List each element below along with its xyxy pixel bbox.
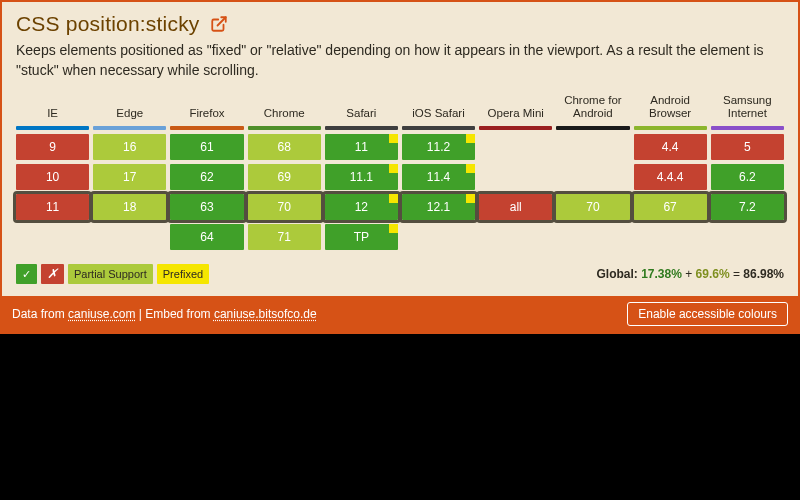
version-cell bbox=[479, 134, 552, 160]
version-cell[interactable]: 70 bbox=[556, 194, 629, 220]
version-cell bbox=[556, 224, 629, 250]
feature-title: CSS position:sticky bbox=[16, 12, 200, 36]
version-cell[interactable]: 5 bbox=[711, 134, 784, 160]
prefix-flag-icon bbox=[389, 194, 398, 203]
browser-header: Samsung Internet bbox=[711, 94, 784, 122]
prefix-flag-icon bbox=[389, 134, 398, 143]
browser-header: Safari bbox=[325, 94, 398, 122]
embed-source-link[interactable]: caniuse.bitsofco.de bbox=[214, 307, 317, 321]
browser-rule bbox=[402, 126, 475, 130]
enable-accessible-colours-button[interactable]: Enable accessible colours bbox=[627, 302, 788, 326]
version-cell[interactable]: 6.2 bbox=[711, 164, 784, 190]
version-cell[interactable]: 61 bbox=[170, 134, 243, 160]
browser-rule bbox=[325, 126, 398, 130]
browser-rule bbox=[556, 126, 629, 130]
legend: ✓ ✗ Partial Support Prefixed bbox=[16, 264, 209, 284]
version-cell[interactable]: 17 bbox=[93, 164, 166, 190]
feature-title-row[interactable]: CSS position:sticky bbox=[16, 12, 784, 36]
browser-header: Android Browser bbox=[634, 94, 707, 122]
svg-line-0 bbox=[217, 17, 225, 25]
version-cell bbox=[556, 164, 629, 190]
version-cell[interactable]: 9 bbox=[16, 134, 89, 160]
version-cell[interactable]: 71 bbox=[248, 224, 321, 250]
legend-partial: Partial Support bbox=[68, 264, 153, 284]
browser-header: IE bbox=[16, 94, 89, 122]
global-stats: Global: 17.38% + 69.6% = 86.98% bbox=[596, 267, 784, 281]
version-cell bbox=[93, 224, 166, 250]
version-cell[interactable]: 7.2 bbox=[711, 194, 784, 220]
browser-header: iOS Safari bbox=[402, 94, 475, 122]
version-cell[interactable]: 4.4 bbox=[634, 134, 707, 160]
version-cell[interactable]: 11.1 bbox=[325, 164, 398, 190]
prefix-flag-icon bbox=[466, 194, 475, 203]
version-cell[interactable]: 11 bbox=[16, 194, 89, 220]
version-cell[interactable]: TP bbox=[325, 224, 398, 250]
version-cell[interactable]: 67 bbox=[634, 194, 707, 220]
feature-description: Keeps elements positioned as "fixed" or … bbox=[16, 41, 784, 80]
prefix-flag-icon bbox=[466, 134, 475, 143]
version-cell[interactable]: 62 bbox=[170, 164, 243, 190]
version-cell[interactable]: 11.4 bbox=[402, 164, 475, 190]
browser-header: Edge bbox=[93, 94, 166, 122]
prefix-flag-icon bbox=[389, 224, 398, 233]
browser-rule bbox=[711, 126, 784, 130]
legend-prefixed: Prefixed bbox=[157, 264, 209, 284]
version-cell bbox=[479, 164, 552, 190]
version-cell[interactable]: all bbox=[479, 194, 552, 220]
browser-header: Firefox bbox=[170, 94, 243, 122]
version-cell[interactable]: 11 bbox=[325, 134, 398, 160]
browser-rule bbox=[170, 126, 243, 130]
browser-rule bbox=[634, 126, 707, 130]
version-cell[interactable]: 69 bbox=[248, 164, 321, 190]
version-cell[interactable]: 64 bbox=[170, 224, 243, 250]
version-cell[interactable]: 12.1 bbox=[402, 194, 475, 220]
version-cell[interactable]: 68 bbox=[248, 134, 321, 160]
version-cell[interactable]: 12 bbox=[325, 194, 398, 220]
support-grid: IEEdgeFirefoxChromeSafariiOS SafariOpera… bbox=[12, 90, 788, 254]
legend-supported: ✓ bbox=[16, 264, 37, 284]
caniuse-link[interactable]: caniuse.com bbox=[68, 307, 135, 321]
version-cell[interactable]: 11.2 bbox=[402, 134, 475, 160]
version-cell bbox=[711, 224, 784, 250]
version-cell[interactable]: 70 bbox=[248, 194, 321, 220]
browser-header: Chrome bbox=[248, 94, 321, 122]
version-cell[interactable]: 16 bbox=[93, 134, 166, 160]
version-cell bbox=[479, 224, 552, 250]
legend-unsupported: ✗ bbox=[41, 264, 64, 284]
version-cell[interactable]: 10 bbox=[16, 164, 89, 190]
prefix-flag-icon bbox=[466, 164, 475, 173]
version-cell bbox=[16, 224, 89, 250]
browser-rule bbox=[248, 126, 321, 130]
external-link-icon bbox=[210, 15, 228, 33]
version-cell bbox=[634, 224, 707, 250]
version-cell[interactable]: 18 bbox=[93, 194, 166, 220]
prefix-flag-icon bbox=[389, 164, 398, 173]
version-cell bbox=[556, 134, 629, 160]
version-cell bbox=[402, 224, 475, 250]
version-cell[interactable]: 63 bbox=[170, 194, 243, 220]
browser-header: Opera Mini bbox=[479, 94, 552, 122]
browser-rule bbox=[16, 126, 89, 130]
browser-rule bbox=[479, 126, 552, 130]
footer-attribution: Data from caniuse.com | Embed from caniu… bbox=[12, 307, 317, 321]
version-cell[interactable]: 4.4.4 bbox=[634, 164, 707, 190]
browser-rule bbox=[93, 126, 166, 130]
browser-header: Chrome for Android bbox=[556, 94, 629, 122]
